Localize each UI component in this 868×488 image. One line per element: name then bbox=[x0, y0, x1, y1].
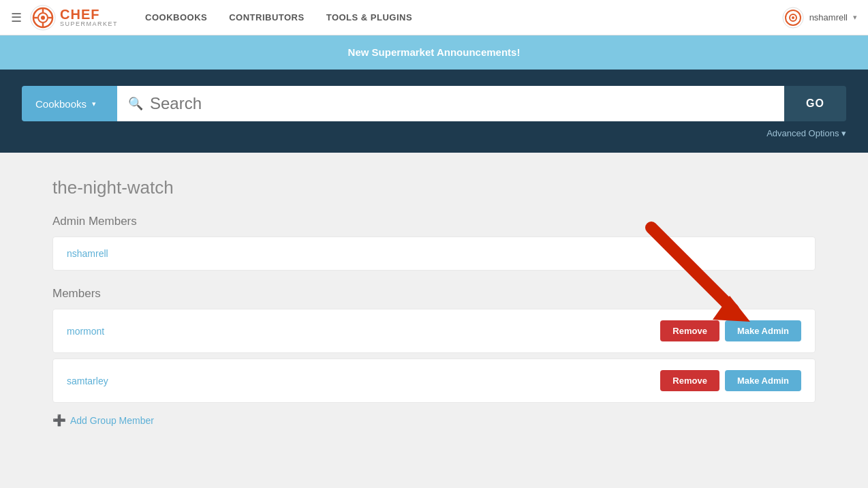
member-link-samtarley[interactable]: samtarley bbox=[67, 376, 108, 386]
member-actions-mormont: Remove Make Admin bbox=[660, 320, 801, 341]
admin-member-link[interactable]: nshamrell bbox=[67, 248, 108, 259]
search-category-button[interactable]: Cookbooks ▾ bbox=[22, 86, 117, 121]
remove-button-samtarley[interactable]: Remove bbox=[660, 370, 719, 391]
admin-members-heading: Admin Members bbox=[52, 215, 816, 228]
logo-supermarket-text: SUPERMARKET bbox=[60, 21, 118, 27]
advanced-options-row: Advanced Options ▾ bbox=[22, 127, 846, 139]
search-input-wrapper: 🔍 bbox=[117, 86, 784, 121]
search-go-button[interactable]: GO bbox=[784, 86, 846, 121]
make-admin-button-samtarley[interactable]: Make Admin bbox=[725, 370, 801, 391]
add-member-label: Add Group Member bbox=[70, 415, 154, 426]
member-link-mormont[interactable]: mormont bbox=[67, 326, 104, 337]
search-input[interactable] bbox=[150, 94, 773, 113]
nav-contributors[interactable]: CONTRIBUTORS bbox=[229, 12, 304, 22]
admin-member-row: nshamrell bbox=[52, 237, 816, 271]
member-actions-samtarley: Remove Make Admin bbox=[660, 370, 801, 391]
members-heading: Members bbox=[52, 287, 816, 301]
logo-icon bbox=[30, 5, 56, 31]
username-label: nshamrell bbox=[809, 12, 848, 22]
make-admin-button-mormont[interactable]: Make Admin bbox=[725, 320, 801, 341]
members-section: Members mormont Remove Make Admin bbox=[52, 287, 816, 427]
group-title: the-night-watch bbox=[52, 177, 816, 198]
nav-cookbooks[interactable]: COOKBOOKS bbox=[145, 12, 207, 22]
main-content: the-night-watch Admin Members nshamrell … bbox=[25, 153, 843, 451]
add-group-member-row[interactable]: ➕ Add Group Member bbox=[52, 414, 816, 427]
search-category-label: Cookbooks bbox=[35, 98, 87, 110]
category-chevron-icon: ▾ bbox=[92, 100, 96, 108]
svg-point-11 bbox=[792, 16, 794, 19]
svg-point-3 bbox=[41, 16, 45, 20]
navbar-right: nshamrell ▾ bbox=[782, 7, 857, 29]
add-member-icon: ➕ bbox=[52, 414, 66, 427]
admin-members-section: Admin Members nshamrell bbox=[52, 215, 816, 271]
announcement-text: New Supermarket Announcements! bbox=[348, 46, 521, 58]
nav-tools-plugins[interactable]: TOOLS & PLUGINS bbox=[326, 12, 412, 22]
member-row-samtarley: samtarley Remove Make Admin bbox=[52, 359, 816, 403]
remove-button-mormont[interactable]: Remove bbox=[660, 320, 719, 341]
search-icon: 🔍 bbox=[128, 96, 143, 111]
user-avatar-icon bbox=[782, 7, 804, 29]
logo-chef-text: CHEF bbox=[60, 7, 118, 21]
hamburger-menu[interactable]: ☰ bbox=[11, 10, 22, 25]
navbar: ☰ CHEF SUPERMARKET COOKBOOKS CONTRIBUTOR… bbox=[0, 0, 868, 35]
search-row: Cookbooks ▾ 🔍 GO bbox=[22, 86, 846, 121]
announcement-banner: New Supermarket Announcements! bbox=[0, 35, 868, 70]
search-section: Cookbooks ▾ 🔍 GO Advanced Options ▾ bbox=[0, 70, 868, 153]
user-dropdown-arrow[interactable]: ▾ bbox=[853, 13, 857, 22]
logo[interactable]: CHEF SUPERMARKET bbox=[30, 5, 118, 31]
navbar-links: COOKBOOKS CONTRIBUTORS TOOLS & PLUGINS bbox=[145, 12, 782, 22]
advanced-options-link[interactable]: Advanced Options ▾ bbox=[766, 128, 846, 138]
member-row-mormont: mormont Remove Make Admin bbox=[52, 309, 816, 353]
